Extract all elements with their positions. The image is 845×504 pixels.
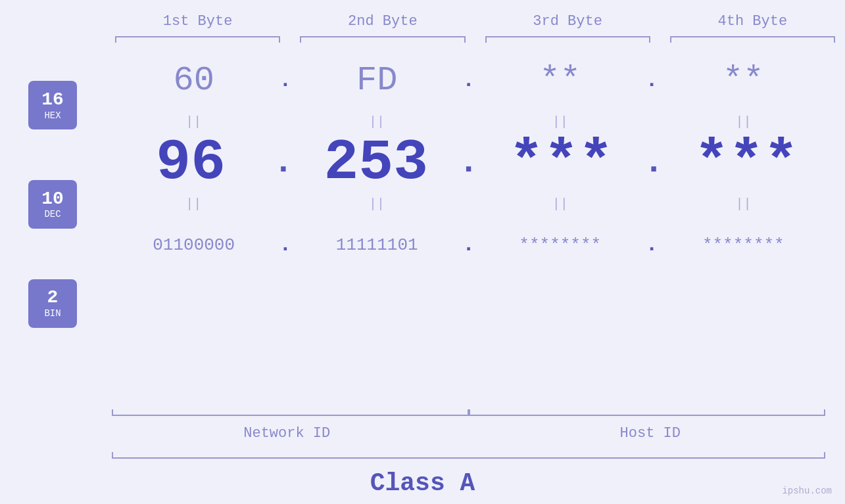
bin-dot1: . <box>276 233 295 257</box>
bracket-byte3 <box>485 30 650 49</box>
byte4-header: 4th Byte <box>660 13 845 30</box>
eq2-b4: || <box>662 196 825 212</box>
dec-byte3: *** <box>482 130 640 195</box>
bin-byte3: ******** <box>478 235 642 255</box>
main-container: 1st Byte 2nd Byte 3rd Byte 4th Byte 16 H… <box>0 0 845 504</box>
class-row: Class A <box>0 461 845 504</box>
bracket-byte4 <box>670 30 835 49</box>
badges-column: 16 HEX 10 DEC 2 BIN <box>0 49 105 405</box>
class-label: Class A <box>370 469 475 497</box>
dec-byte2: 253 <box>297 130 455 195</box>
dec-dot3: . <box>640 143 667 182</box>
byte2-header: 2nd Byte <box>290 13 475 30</box>
hex-badge: 16 HEX <box>28 81 77 129</box>
bin-badge-label: BIN <box>44 308 60 319</box>
dec-byte1: 96 <box>112 130 270 195</box>
bin-dot3: . <box>642 233 661 257</box>
watermark: ipshu.com <box>782 486 832 496</box>
bottom-bracket-row <box>105 405 832 419</box>
dec-data-row: 96 . 253 . *** . *** <box>105 131 832 194</box>
dec-badge-label: DEC <box>44 209 60 219</box>
outer-bracket-row <box>105 448 832 461</box>
equals-row-2: || || || || <box>105 194 832 214</box>
bin-byte1: 01100000 <box>112 235 276 255</box>
hex-byte4: ** <box>662 61 825 100</box>
eq1-b4: || <box>662 114 825 129</box>
byte-headers-row: 1st Byte 2nd Byte 3rd Byte 4th Byte <box>0 0 845 30</box>
equals-row-1: || || || || <box>105 112 832 131</box>
eq1-b2: || <box>295 114 459 129</box>
bracket-byte2 <box>300 30 465 49</box>
byte3-header: 3rd Byte <box>475 13 660 30</box>
bin-dot2: . <box>459 233 478 257</box>
network-bracket <box>105 405 469 419</box>
hex-dot3: . <box>642 68 661 93</box>
id-labels-row: Network ID Host ID <box>105 419 832 448</box>
host-id-label: Host ID <box>469 425 833 442</box>
dec-badge: 10 DEC <box>28 180 77 229</box>
eq2-b2: || <box>295 196 459 212</box>
dec-badge-number: 10 <box>41 189 64 210</box>
bracket-byte1 <box>115 30 280 49</box>
network-id-label: Network ID <box>105 425 469 442</box>
bin-byte2: 11111101 <box>295 235 459 255</box>
bin-badge-number: 2 <box>47 288 59 308</box>
bottom-section: Network ID Host ID <box>0 405 845 461</box>
hex-byte2: FD <box>295 61 459 100</box>
eq1-b1: || <box>112 114 276 129</box>
byte1-header: 1st Byte <box>105 13 290 30</box>
host-bracket <box>469 405 833 419</box>
hex-dot2: . <box>459 68 478 93</box>
hex-badge-number: 16 <box>41 90 64 110</box>
dec-byte4: *** <box>667 130 825 195</box>
bin-badge: 2 BIN <box>28 279 77 328</box>
hex-data-row: 60 . FD . ** . ** <box>105 49 832 112</box>
dec-dot1: . <box>270 143 297 182</box>
hex-byte3: ** <box>478 61 642 100</box>
bin-byte4: ******** <box>662 235 825 255</box>
dec-dot2: . <box>455 143 482 182</box>
eq1-b3: || <box>479 114 642 129</box>
main-data-area: 16 HEX 10 DEC 2 BIN 60 . FD <box>0 49 845 405</box>
eq2-b1: || <box>112 196 276 212</box>
bin-data-row: 01100000 . 11111101 . ******** . *******… <box>105 214 832 276</box>
hex-badge-label: HEX <box>44 110 60 121</box>
hex-dot1: . <box>276 68 295 93</box>
data-area: 60 . FD . ** . ** || || <box>105 49 845 405</box>
eq2-b3: || <box>479 196 642 212</box>
top-brackets <box>0 30 845 49</box>
hex-byte1: 60 <box>112 61 276 100</box>
